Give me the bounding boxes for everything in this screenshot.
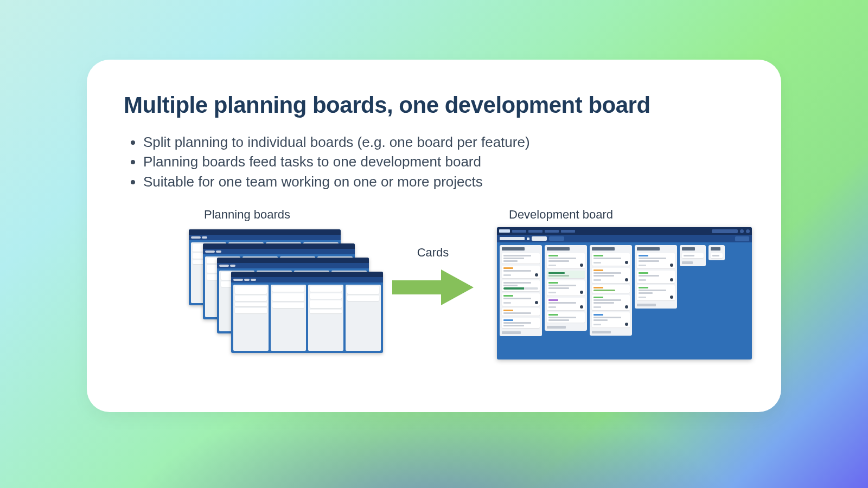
diagram: Planning boards Development board (124, 208, 744, 370)
planning-boards-label: Planning boards (204, 208, 290, 222)
board-list (590, 245, 632, 336)
slide-title: Multiple planning boards, one developmen… (124, 92, 744, 118)
board-list (545, 245, 587, 331)
bullet-list: Split planning to individual boards (e.g… (124, 132, 744, 191)
development-board-label: Development board (509, 208, 613, 222)
bullet-item: Planning boards feed tasks to one develo… (143, 152, 744, 171)
development-board-thumbnail (497, 227, 752, 359)
planning-boards-stack (189, 229, 362, 354)
cards-arrow: Cards (379, 246, 487, 314)
bullet-item: Split planning to individual boards (e.g… (143, 132, 744, 152)
arrow-label: Cards (379, 246, 487, 260)
board-list (680, 245, 706, 266)
slide-card: Multiple planning boards, one developmen… (87, 60, 781, 412)
board-list (635, 245, 677, 309)
board-list (709, 245, 725, 260)
planning-board-thumbnail (231, 272, 383, 353)
bullet-item: Suitable for one team working on one or … (143, 172, 744, 191)
board-list (500, 245, 542, 336)
arrow-icon (387, 263, 479, 312)
